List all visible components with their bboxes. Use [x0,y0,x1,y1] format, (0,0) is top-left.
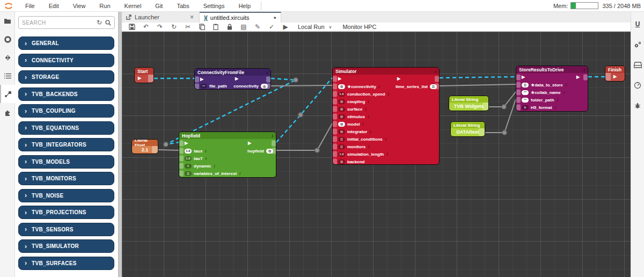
port-collab-name[interactable] [516,90,521,96]
flow-out-port[interactable] [435,76,439,82]
property-inspector-gears-icon[interactable] [631,37,644,53]
port-conduction-speed[interactable] [333,91,337,97]
info-icon[interactable]: i [205,149,206,154]
node-storeresultstodrive[interactable]: StoreResultsToDrivei ▶ ▶ []★data_to_stor… [516,65,588,112]
tray-category-tvb-simulator[interactable]: ›TVB_SIMULATOR [18,239,114,253]
drive-icon[interactable] [631,57,644,73]
info-icon[interactable]: i [557,98,558,103]
literal-out-port[interactable] [152,146,158,153]
data-link-hopfield-to-model[interactable] [276,123,332,150]
info-icon[interactable]: i [386,152,387,157]
link-point[interactable] [502,105,506,109]
record-circle-icon[interactable] [0,30,15,48]
bug-icon[interactable] [631,98,644,114]
port-integrator[interactable] [333,129,337,135]
port-connectivity[interactable] [333,84,337,90]
redo-icon[interactable]: ↷ [153,23,167,31]
tray-category-tvb-noise[interactable]: ›TVB_NOISE [18,189,114,202]
link-point[interactable] [315,148,319,152]
info-icon[interactable]: i [388,92,389,97]
menu-run[interactable]: Run [92,0,117,12]
port-taux[interactable] [179,148,184,154]
search-input[interactable] [22,20,97,26]
port-coupling[interactable] [333,99,337,105]
node-literal-float[interactable]: Literal Float 2.1 [131,139,158,154]
tray-category-tvb-integrators[interactable]: ›TVB_INTEGRATORS [18,138,114,151]
file-browser-icon[interactable] [0,12,15,30]
literal-out-port[interactable] [482,103,488,110]
search-icon[interactable] [105,20,111,26]
refresh-icon[interactable]: ↻ [97,19,102,26]
flow-link-simulator-to-storeresults[interactable] [440,77,516,78]
port-h5-format[interactable] [516,105,521,111]
tray-category-tvb-surfaces[interactable]: ›TVB_SURFACES [18,257,114,270]
menu-git[interactable]: Git [148,0,170,12]
puzzle-extension-icon[interactable] [0,103,15,121]
info-icon[interactable]: i [239,171,240,176]
info-icon[interactable]: i [566,83,567,88]
info-icon[interactable]: i [206,156,207,161]
copy-icon[interactable] [195,24,209,30]
paste-icon[interactable] [209,24,223,30]
port-stimulus[interactable] [333,114,337,120]
link-point[interactable] [164,142,168,147]
info-icon[interactable]: i [266,70,268,75]
git-icon[interactable] [0,48,15,67]
info-icon[interactable]: i [379,84,380,89]
info-icon[interactable]: i [555,105,556,110]
literal-out-port[interactable] [479,128,485,136]
port-surface[interactable] [333,106,337,112]
port-folder-path[interactable] [516,97,521,103]
info-icon[interactable]: i [368,144,369,149]
underline-u-icon[interactable]: U [631,16,644,32]
port-initial-conditions[interactable] [333,136,337,142]
info-icon[interactable]: i [435,69,436,74]
monitor-hpc-button[interactable]: Monitor HPC [342,24,376,30]
xircuits-panel-icon[interactable] [0,85,15,103]
info-icon[interactable]: i [385,137,386,142]
link-point[interactable] [298,113,303,117]
undo-icon[interactable]: ↶ [139,23,153,31]
node-literal-string-tvb-widgets[interactable]: Literal String TVB Widgets [449,96,489,111]
xircuits-canvas[interactable]: Start ▶ ConnectivityFromFilei ▶ ▶ [122,32,631,277]
info-icon[interactable]: i [564,90,565,95]
menu-edit[interactable]: Edit [42,0,66,12]
tray-category-tvb-backends[interactable]: ›TVB_BACKENDS [18,88,114,101]
info-icon[interactable]: i [370,129,371,134]
unsaved-changes-dot[interactable]: ● [274,15,276,20]
reload-icon[interactable]: ↻ [167,23,181,31]
info-icon[interactable]: i [272,133,273,138]
port-backend[interactable] [333,159,337,165]
tray-category-connectivity[interactable]: ›CONNECTIVITY [18,54,114,67]
tray-category-storage[interactable]: ›STORAGE [18,70,114,84]
flow-in-port[interactable] [333,76,337,82]
menu-view[interactable]: View [66,0,93,12]
data-link-literalfloat-to-taux[interactable] [158,150,179,150]
flow-in-port[interactable] [179,140,184,146]
tab-launcher[interactable]: Launcher × [122,12,200,23]
port-model[interactable] [333,121,337,127]
flow-out-port[interactable] [148,75,153,82]
port-data-to-store[interactable] [516,82,521,88]
run-mode-dropdown[interactable]: Local Run [298,24,325,30]
flow-in-port[interactable] [195,76,199,82]
tray-category-general[interactable]: ›GENERAL [18,37,114,50]
info-icon[interactable]: i [368,114,369,119]
tray-category-tvb-projections[interactable]: ›TVB_PROJECTIONS [18,206,114,219]
node-literal-string-data-test[interactable]: Literal String DATA/test [450,121,485,137]
flow-in-port[interactable] [516,74,521,80]
flow-out-port[interactable] [583,74,588,80]
panel-resize-handle[interactable] [118,12,122,277]
data-link-literalstring2-to-folderpath[interactable] [485,99,516,133]
lock-icon[interactable] [223,24,237,30]
menu-kernel[interactable]: Kernel [118,0,149,12]
table-of-contents-icon[interactable] [0,67,15,85]
tray-category-tvb-sensors[interactable]: ›TVB_SENSORS [18,223,114,236]
check-icon[interactable]: ✓ [265,23,279,31]
tray-category-tvb-models[interactable]: ›TVB_MODELS [18,155,114,169]
tray-category-tvb-coupling[interactable]: ›TVB_COUPLING [18,104,114,118]
info-icon[interactable]: i [214,164,215,169]
port-dynamic[interactable] [179,163,184,169]
tab-untitled-xircuits[interactable]: }{ untitled.xircuits ● [200,12,281,23]
log-icon[interactable]: ▤ [237,23,251,31]
